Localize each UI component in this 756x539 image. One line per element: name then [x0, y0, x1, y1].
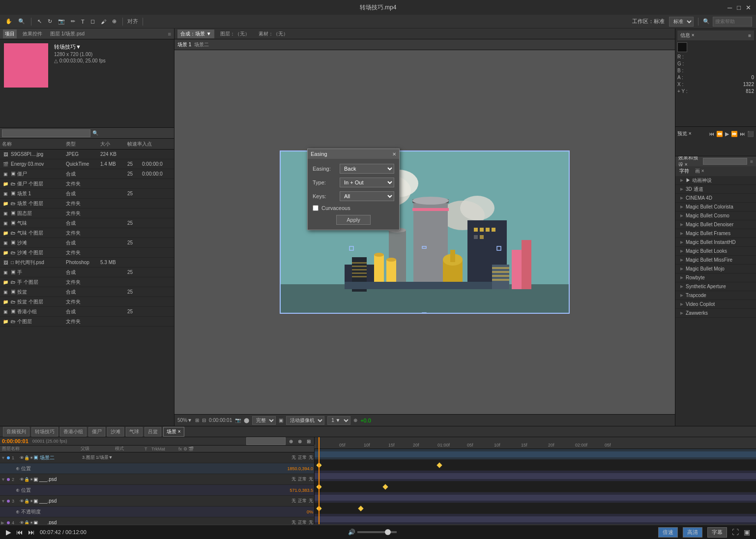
list-item[interactable]: ▣ ▣ 手 合成 25 — [0, 268, 174, 277]
vb-render[interactable]: ⊕ — [353, 418, 357, 423]
keyframe[interactable] — [358, 506, 363, 511]
tl-tool1[interactable]: ⊕ — [288, 438, 294, 445]
zoom-tool[interactable]: 🔍 — [17, 18, 27, 25]
layer4-expand[interactable]: ▶ — [1, 520, 7, 525]
center-tab-footage[interactable]: 素材：（无） — [256, 30, 291, 38]
player-play-btn[interactable]: ▶ — [6, 528, 11, 536]
file-search[interactable] — [2, 129, 90, 137]
select-tool[interactable]: ↖ — [36, 18, 43, 25]
layer4-vis-icon[interactable]: 👁 — [20, 520, 24, 525]
layer4-solo-icon[interactable]: ☀ — [29, 520, 33, 525]
maximize-btn[interactable]: □ — [737, 4, 741, 11]
type-select[interactable]: In + Out In Out — [340, 178, 394, 187]
tl-tab-basket[interactable]: 吕篮 — [145, 427, 161, 437]
list-item[interactable]: ▣ ▣ 香港小组 合成 25 — [0, 307, 174, 317]
vb-quality-select[interactable]: 完整 — [252, 416, 276, 425]
center-tab-comp[interactable]: 合成：场景 ▼ — [177, 30, 214, 38]
layer1-solo-icon[interactable]: ☀ — [29, 455, 33, 460]
vb-px-icon[interactable]: ⊟ — [202, 418, 206, 423]
list-item[interactable]: ▣ ▣ 固态层 文件夹 — [0, 209, 174, 218]
pv-prev[interactable]: ⏮ — [709, 131, 714, 137]
hand-tool[interactable]: ✋ — [4, 18, 14, 25]
tab-effects-ctrl[interactable]: 效果控件 — [21, 30, 44, 38]
info-menu[interactable]: ≡ — [748, 33, 751, 38]
list-item[interactable]: 📁 🗁 个图层 文件夹 — [0, 317, 174, 327]
vb-fit-icon[interactable]: ⊞ — [195, 418, 199, 423]
tl-tab-beach[interactable]: 沙滩 — [107, 427, 124, 437]
pv-play[interactable]: ▶ — [725, 131, 729, 137]
text-tool[interactable]: T — [80, 18, 86, 25]
list-item[interactable]: 🎬 Energy 03.mov QuickTime 1.4 MB 25 0:00… — [0, 159, 174, 169]
comp-tab-scene2[interactable]: 场景二 — [194, 41, 209, 48]
tab-project[interactable]: 项目 — [3, 30, 17, 38]
list-item[interactable]: 🖼 □ 时代周刊.psd Photoshop 5.3 MB — [0, 258, 174, 268]
tl-tab-trans[interactable]: 转场技巧 — [31, 427, 58, 437]
list-item[interactable]: 📁 🗁 沙滩 个图层 文件夹 — [0, 248, 174, 258]
vb-snap[interactable]: 📷 — [235, 418, 241, 423]
layer3-expand[interactable]: ▼ — [1, 499, 7, 504]
pv-fwd[interactable]: ⏩ — [731, 131, 738, 137]
volume-icon[interactable]: 🔊 — [348, 529, 355, 536]
list-item[interactable]: Magic Bullet MissFire — [675, 256, 756, 265]
list-item[interactable]: 3D 通道 — [675, 185, 756, 194]
comp-tab-scene1[interactable]: 场景 1 — [177, 41, 191, 48]
easing-select[interactable]: Back Bounce Elastic Linear — [340, 164, 394, 174]
list-item[interactable]: Magic Bullet Cosmo — [675, 211, 756, 220]
paint-tool[interactable]: 🖌 — [99, 18, 108, 25]
pip-btn[interactable]: ▣ — [744, 528, 750, 536]
list-item[interactable]: Rowbyte — [675, 273, 756, 282]
tl-tool2[interactable]: ⊗ — [296, 438, 303, 445]
list-item[interactable]: Trapcode — [675, 291, 756, 300]
tab-layer[interactable]: 图层 1/场景.psd — [48, 30, 87, 38]
eff-tab-draw[interactable]: 画 × — [693, 167, 706, 176]
list-item[interactable]: 📁 🗁 手 个图层 文件夹 — [0, 277, 174, 287]
tl-tab-audio[interactable]: 音频视列 — [3, 427, 29, 437]
volume-thumb[interactable] — [385, 529, 391, 535]
player-next-btn[interactable]: ⏭ — [28, 528, 35, 536]
pv-next[interactable]: ⏭ — [740, 131, 745, 137]
clone-tool[interactable]: ⊕ — [111, 18, 118, 25]
layer3-lock-icon[interactable]: 🔒 — [24, 499, 29, 504]
layer3-solo-icon[interactable]: ☀ — [29, 499, 33, 504]
list-item[interactable]: 🖼 S9GS8PI....jpg JPEG 224 KB — [0, 150, 174, 159]
apply-button[interactable]: Apply — [336, 215, 371, 225]
layer1-vis-icon[interactable]: 👁 — [20, 455, 24, 460]
list-item[interactable]: 📁 🗁 场景 个图层 文件夹 — [0, 199, 174, 209]
tl-tab-hk[interactable]: 香港小组 — [60, 427, 87, 437]
tl-search[interactable] — [246, 437, 286, 445]
list-item[interactable]: Magic Bullet Mojo — [675, 265, 756, 273]
keys-select[interactable]: All Selected — [340, 191, 394, 201]
curvaceous-checkbox[interactable] — [313, 205, 319, 211]
player-prev-btn[interactable]: ⏮ — [16, 528, 23, 536]
list-item[interactable]: ▣ ▣ 沙滩 合成 25 — [0, 238, 174, 248]
tl-tab-scene[interactable]: 场景 × — [163, 427, 184, 437]
panel-menu[interactable]: ≡ — [168, 31, 171, 37]
list-item[interactable]: ▶ 动画神设 — [675, 176, 756, 185]
list-item[interactable]: ▣ ▣ 僵尸 合成 25 0:00:00:0 — [0, 169, 174, 179]
list-item[interactable]: Magic Bullet Frames — [675, 229, 756, 238]
tl-tab-balloon[interactable]: 气球 — [126, 427, 143, 437]
fullscreen-btn[interactable]: ⛶ — [732, 528, 739, 536]
vb-checkerboard[interactable]: ▣ — [279, 418, 283, 423]
layer2-vis-icon[interactable]: 👁 — [20, 477, 24, 482]
list-item[interactable]: Synthetic Aperture — [675, 282, 756, 291]
volume-slider[interactable] — [357, 531, 397, 533]
list-item[interactable]: ▣ ▣ 气味 合成 25 — [0, 218, 174, 228]
list-item[interactable]: Zawwerks — [675, 309, 756, 318]
rotate-tool[interactable]: ↻ — [46, 18, 54, 25]
list-item[interactable]: Magic Bullet Colorista — [675, 203, 756, 211]
pv-ram[interactable]: ⬛ — [747, 131, 754, 137]
pv-back[interactable]: ⏪ — [716, 131, 723, 137]
layer2-expand[interactable]: ▼ — [1, 477, 7, 482]
close-btn[interactable]: ✕ — [746, 4, 751, 11]
eff-tab-animation[interactable]: 字符 — [677, 167, 691, 176]
layer2-lock-icon[interactable]: 🔒 — [24, 477, 29, 482]
effects-menu[interactable]: ≡ — [750, 159, 753, 164]
minimize-btn[interactable]: ─ — [727, 4, 732, 11]
list-item[interactable]: ▣ ▣ 投篮 合成 25 — [0, 287, 174, 297]
layer2-solo-icon[interactable]: ☀ — [29, 477, 33, 482]
help-search[interactable] — [713, 17, 752, 27]
list-item[interactable]: Magic Bullet Looks — [675, 247, 756, 256]
pen-tool[interactable]: ✏ — [69, 18, 77, 25]
tl-tab-zombie[interactable]: 僵尸 — [88, 427, 105, 437]
